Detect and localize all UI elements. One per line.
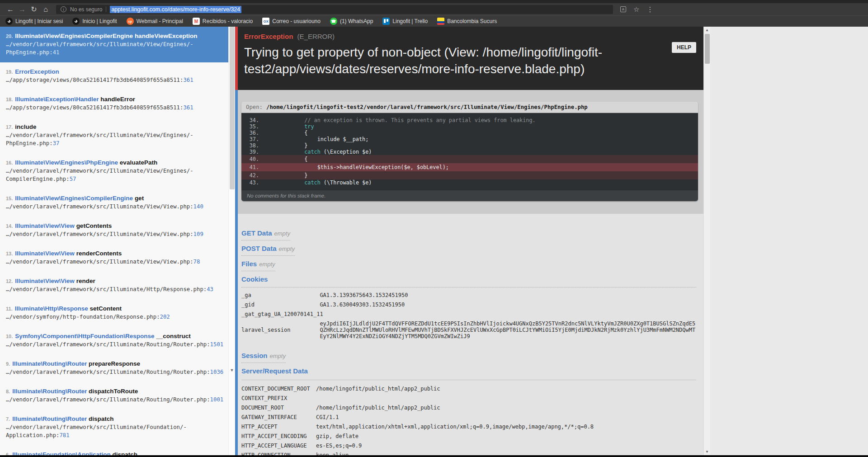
frame-number: 19.: [6, 69, 13, 75]
table-value: GA1.3.630049303.1532451950: [320, 300, 696, 309]
bookmark-star-icon[interactable]: ☆: [633, 5, 639, 14]
translate-icon[interactable]: A: [620, 6, 626, 12]
code-line: 37. include $__path;: [241, 136, 698, 142]
exception-panel: ErrorException (E_ERROR) Trying to get p…: [235, 27, 703, 455]
ox-favicon: OX: [262, 18, 269, 25]
help-button[interactable]: HELP: [672, 42, 696, 53]
open-file-bar[interactable]: Open:/home/lingofit/lingofit-test2/vendo…: [241, 102, 698, 113]
scroll-down-icon[interactable]: ▼: [704, 448, 710, 455]
table-value: /home/lingofit/public_html/app2_public: [316, 384, 696, 393]
code-footer-note: No comments for this stack frame.: [241, 190, 698, 201]
flag-stripe: [437, 23, 444, 25]
table-key: CONTEXT_PREFIX: [241, 393, 316, 403]
stack-frame[interactable]: 6.Illuminate\Foundation\Application disp…: [0, 445, 228, 455]
frame-class: Illuminate\View\View: [15, 222, 75, 229]
bookmark-item[interactable]: Bancolombia Sucurs: [437, 18, 497, 25]
home-icon[interactable]: ⌂: [40, 5, 52, 14]
sidebar-scrollbar-thumb[interactable]: [230, 27, 235, 189]
bookmark-label: Lingofit | Iniciar sesi: [15, 18, 63, 24]
bookmark-item[interactable]: Inicio | Lingofit: [72, 18, 117, 25]
frame-number: 11.: [6, 306, 13, 311]
frame-function: getContents: [76, 222, 112, 229]
frame-title: 10.Symfony\Component\HttpFoundation\Resp…: [6, 332, 226, 340]
bookmark-item[interactable]: Lingofit | Trello: [382, 18, 428, 25]
sidebar-scrollbar[interactable]: ▼: [228, 27, 235, 455]
code-line-text: try: [266, 123, 314, 130]
stack-frame[interactable]: 8.Illuminate\Routing\Router dispatchToRo…: [0, 382, 228, 410]
server-request-label: Server/Request Data: [241, 367, 696, 375]
cookies-label: Cookies: [241, 275, 696, 283]
exception-class: ErrorException: [244, 33, 293, 40]
browser-menu-icon[interactable]: ⋮: [646, 5, 653, 14]
bottom-edge: [0, 455, 868, 457]
bookmark-item[interactable]: MRecibidos - valoracio: [193, 18, 253, 25]
main-scrollbar[interactable]: ▲ ▼: [703, 27, 710, 455]
code-line-number: 38.: [241, 142, 266, 149]
frame-number: 13.: [6, 251, 13, 256]
frame-title: 16.Illuminate\View\Engines\PhpEngine eva…: [6, 159, 226, 167]
stack-frame[interactable]: 20.Illuminate\View\Engines\CompilerEngin…: [0, 27, 228, 62]
back-icon[interactable]: ←: [5, 5, 16, 14]
code-line-number: 36.: [241, 130, 266, 136]
frame-title: 12.Illuminate\View\View render: [6, 277, 226, 285]
stack-frame[interactable]: 11.Illuminate\Http\Response setContent…/…: [0, 299, 228, 327]
forward-icon[interactable]: →: [16, 5, 28, 14]
sidebar-scroll-down-icon[interactable]: ▼: [229, 368, 235, 372]
stack-frame[interactable]: 10.Symfony\Component\HttpFoundation\Resp…: [0, 327, 228, 354]
stack-frame[interactable]: 7.Illuminate\Routing\Router dispatch…/ve…: [0, 410, 228, 445]
code-line: 36. {: [241, 130, 698, 136]
frame-class: Illuminate\View\View: [15, 250, 75, 257]
code-line-number: 42.: [241, 172, 266, 179]
stack-frame[interactable]: 18.Illuminate\Exception\Handler handleEr…: [0, 90, 228, 118]
cookie-row: laravel_sessioneyJpdiI6IjJLdldjU2F4TTdQV…: [241, 319, 696, 341]
frame-class: Symfony\Component\HttpFoundation\Respons…: [15, 333, 154, 339]
table-value: es-ES,es;q=0.9: [316, 441, 696, 450]
frame-class: Illuminate\View\Engines\CompilerEngine: [15, 33, 133, 39]
tab-strip: [0, 0, 868, 3]
frame-function: evaluatePath: [120, 159, 157, 166]
frame-path: …/vendor/laravel/framework/src/Illuminat…: [6, 40, 226, 57]
stack-frame[interactable]: 15.Illuminate\View\Engines\CompilerEngin…: [0, 189, 228, 217]
bookmark-item[interactable]: cpWebmail - Principal: [127, 18, 183, 25]
frame-path: …/app/storage/views/80ca52161417fb3db640…: [6, 104, 226, 112]
stack-frames-sidebar: 20.Illuminate\View\Engines\CompilerEngin…: [0, 27, 235, 455]
cookie-row: _gaGA1.3.1393675643.1532451950: [241, 290, 696, 300]
stack-frame[interactable]: 13.Illuminate\View\View renderContents…/…: [0, 244, 228, 272]
session-label: Session: [241, 352, 268, 359]
stack-frame[interactable]: 12.Illuminate\View\View render…/vendor/l…: [0, 272, 228, 299]
table-key: DOCUMENT_ROOT: [241, 403, 316, 412]
frame-line-number: 1036: [210, 369, 224, 375]
table-value: /home/lingofit/public_html/app2_public: [316, 403, 696, 412]
frame-path: …/vendor/laravel/framework/src/Illuminat…: [6, 368, 226, 376]
frame-number: 8.: [6, 389, 10, 394]
reload-icon[interactable]: ↻: [28, 5, 40, 14]
frame-class: ErrorException: [15, 68, 59, 75]
table-key: laravel_session: [241, 319, 320, 341]
stack-frame[interactable]: 17.include…/vendor/laravel/framework/src…: [0, 118, 228, 153]
stack-frames-list: 20.Illuminate\View\Engines\CompilerEngin…: [0, 27, 228, 455]
stack-frame[interactable]: 16.Illuminate\View\Engines\PhpEngine eva…: [0, 153, 228, 189]
table-value: gzip, deflate: [316, 431, 696, 441]
stack-frame[interactable]: 9.Illuminate\Routing\Router prepareRespo…: [0, 354, 228, 382]
frame-number: 10.: [6, 334, 13, 339]
code-line-number: 41.: [241, 164, 266, 170]
frame-line-number: 361: [183, 77, 193, 83]
crescent-shape: [7, 19, 11, 23]
bookmark-item[interactable]: Lingofit | Iniciar sesi: [5, 18, 63, 25]
frame-title: 17.include: [6, 123, 226, 131]
frame-title: 6.Illuminate\Foundation\Application disp…: [6, 451, 226, 455]
server-row: HTTP_CONNECTIONkeep-alive: [241, 450, 696, 455]
bookmark-label: Lingofit | Trello: [392, 18, 428, 24]
open-file-path[interactable]: /home/lingofit/lingofit-test2/vendor/lar…: [266, 104, 588, 110]
url-text[interactable]: apptest.lingofit.com.co/dates/more-info-…: [110, 6, 241, 13]
lingofit-favicon: [72, 18, 80, 25]
stack-frame[interactable]: 14.Illuminate\View\View getContents…/ven…: [0, 217, 228, 244]
scroll-up-icon[interactable]: ▲: [704, 27, 710, 33]
server-row: GATEWAY_INTERFACECGI/1.1: [241, 412, 696, 422]
info-icon[interactable]: i: [61, 6, 66, 12]
address-bar[interactable]: i No es seguro apptest.lingofit.com.co/d…: [56, 5, 613, 14]
bookmark-item[interactable]: OXCorreo - usuariouno: [262, 18, 321, 25]
stack-frame[interactable]: 19.ErrorException…/app/storage/views/80c…: [0, 62, 228, 90]
main-scrollbar-thumb[interactable]: [705, 34, 710, 64]
bookmark-item[interactable]: ☎(1) WhatsApp: [330, 18, 373, 25]
